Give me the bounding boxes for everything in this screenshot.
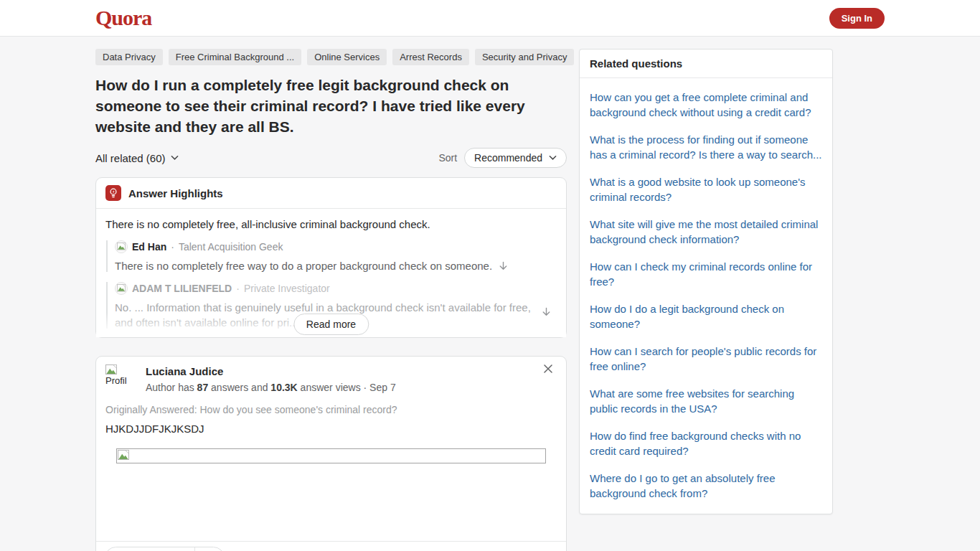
meta-suffix: answer views	[301, 382, 361, 393]
related-question-link[interactable]: What is the process for finding out if s…	[580, 126, 832, 168]
meta-mid: answers and	[211, 382, 268, 393]
related-question-link[interactable]: How can I search for people's public rec…	[580, 337, 832, 380]
sort-dropdown[interactable]: Recommended	[464, 148, 567, 168]
sign-in-button[interactable]: Sign In	[829, 8, 885, 29]
answers-count: 87	[197, 382, 209, 393]
quote-author-credential: Talent Acquisition Geek	[179, 241, 283, 253]
answer-highlights-card: Answer Highlights There is no completely…	[95, 177, 567, 338]
expand-arrow-icon[interactable]	[541, 306, 552, 317]
topic-tag-arrest-records[interactable]: Arrest Records	[392, 49, 469, 65]
topic-tag-online-services[interactable]: Online Services	[307, 49, 387, 65]
quote-text-content: There is no completely free way to do a …	[115, 260, 492, 272]
quora-logo[interactable]: Quora	[95, 6, 151, 30]
chevron-down-icon	[171, 155, 179, 161]
answer-broken-image	[116, 448, 546, 463]
meta-prefix: Author has	[146, 382, 194, 393]
question-title: How do I run a completely free legit bac…	[95, 75, 533, 137]
quote-author-row: ADAM T LILIENFELD · Private Investigator	[115, 282, 557, 295]
quote-author-credential: Private Investigator	[244, 283, 330, 294]
topic-tag-free-criminal-background[interactable]: Free Criminal Background ...	[169, 49, 301, 65]
related-question-link[interactable]: Where do I go to get an absolutely free …	[580, 464, 832, 507]
quote-author-name[interactable]: ADAM T LILIENFELD	[132, 283, 232, 294]
avatar[interactable]	[115, 240, 128, 253]
top-navigation-bar: Quora Sign In	[0, 0, 980, 37]
quote-author-row: Ed Han · Talent Acquisition Geek	[115, 240, 557, 253]
answer-highlights-body: There is no completely free, all-inclusi…	[96, 209, 566, 337]
avatar[interactable]	[115, 282, 128, 295]
answers-controls-row: All related (60) Sort Recommended	[95, 148, 567, 168]
separator-dot: ·	[236, 283, 240, 294]
main-column: Data Privacy Free Criminal Background ..…	[95, 49, 567, 551]
answer-date[interactable]: Sep 7	[369, 382, 396, 393]
sort-label: Sort	[438, 152, 457, 164]
topic-tags-row: Data Privacy Free Criminal Background ..…	[95, 49, 567, 65]
related-questions-list: How can you get a free complete criminal…	[580, 78, 832, 514]
vote-divider	[194, 547, 195, 551]
originally-answered-text[interactable]: Originally Answered: How do you see some…	[105, 404, 557, 415]
avatar[interactable]: Profil	[105, 364, 138, 395]
answer-card: Profil Luciana Judice Author has 87 answ…	[95, 356, 567, 551]
related-question-link[interactable]: How do I do a legit background check on …	[580, 295, 832, 337]
separator-dot: ·	[364, 382, 367, 393]
answer-body-text: HJKDJJDFJKJKSDJ	[105, 423, 557, 435]
read-more-button[interactable]: Read more	[293, 314, 369, 335]
answer-content: Profil Luciana Judice Author has 87 answ…	[96, 357, 566, 463]
broken-image-icon	[105, 364, 117, 376]
all-related-dropdown[interactable]: All related (60)	[95, 152, 179, 164]
answer-author-name[interactable]: Luciana Judice	[146, 365, 396, 377]
sort-selected-value: Recommended	[474, 152, 542, 164]
highlights-summary-text: There is no completely free, all-inclusi…	[105, 218, 557, 230]
separator-dot: ·	[171, 241, 174, 253]
sidebar: Related questions How can you get a free…	[579, 49, 833, 514]
related-question-link[interactable]: What site will give me the most detailed…	[580, 210, 832, 253]
related-question-link[interactable]: How do find free background checks with …	[580, 422, 832, 464]
answer-action-bar: Upvote · 13	[96, 541, 566, 551]
all-related-label: All related (60)	[95, 152, 166, 164]
broken-image-icon	[118, 450, 129, 461]
answer-highlights-title: Answer Highlights	[128, 187, 223, 199]
topic-tag-security-and-privacy[interactable]: Security and Privacy	[475, 49, 575, 65]
expand-arrow-icon[interactable]	[498, 260, 509, 271]
related-questions-title: Related questions	[580, 50, 832, 78]
related-question-link[interactable]: What is a good website to look up someon…	[580, 168, 832, 210]
related-questions-card: Related questions How can you get a free…	[579, 49, 833, 514]
answer-author-info: Luciana Judice Author has 87 answers and…	[146, 364, 396, 395]
related-question-link[interactable]: What are some free websites for searchin…	[580, 380, 832, 422]
close-icon	[543, 364, 553, 374]
related-question-link[interactable]: How can you get a free complete criminal…	[580, 83, 832, 126]
quote-author-name[interactable]: Ed Han	[132, 241, 166, 253]
highlight-quote-ed-han: Ed Han · Talent Acquisition Geek There i…	[106, 240, 557, 272]
avatar-alt-text: Profil	[105, 375, 127, 386]
quote-text-line-1: No. ... Information that is genuinely us…	[115, 301, 557, 314]
quote-text: There is no completely free way to do a …	[115, 260, 557, 272]
answer-highlights-header: Answer Highlights	[96, 178, 566, 209]
sort-control: Sort Recommended	[438, 148, 567, 168]
close-answer-button[interactable]	[542, 364, 553, 375]
vote-pill: Upvote · 13	[105, 547, 225, 551]
answer-author-header: Profil Luciana Judice Author has 87 answ…	[105, 364, 557, 395]
related-question-link[interactable]: How can I check my criminal records onli…	[580, 253, 832, 295]
chevron-down-icon	[549, 155, 557, 161]
page-body: Data Privacy Free Criminal Background ..…	[0, 37, 980, 551]
topic-tag-data-privacy[interactable]: Data Privacy	[95, 49, 163, 65]
views-count: 10.3K	[270, 382, 297, 393]
lightbulb-icon	[105, 185, 121, 201]
answer-author-meta: Author has 87 answers and 10.3K answer v…	[146, 382, 396, 393]
